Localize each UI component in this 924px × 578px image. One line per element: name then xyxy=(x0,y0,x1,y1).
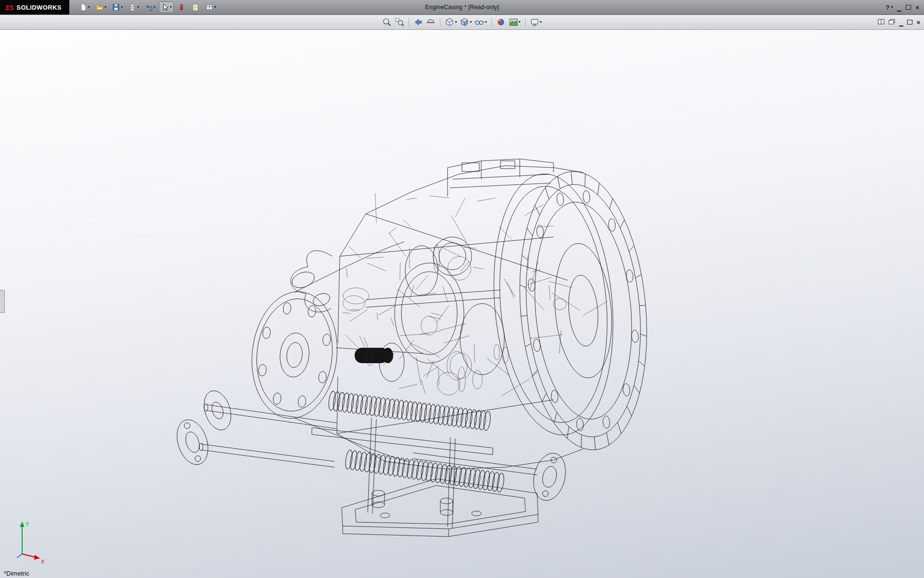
window-title: EngineCasing * [Read-only] xyxy=(425,4,499,11)
view-settings-button[interactable]: ▾ xyxy=(529,16,543,28)
select-cursor-icon xyxy=(161,3,169,12)
display-style-icon xyxy=(460,17,469,27)
x-axis-label: X xyxy=(41,559,45,565)
save-button[interactable]: ▾ xyxy=(110,1,125,13)
cascade-panes-button[interactable] xyxy=(888,18,895,26)
cascade-panes-icon xyxy=(888,19,895,25)
new-document-button[interactable]: ▾ xyxy=(77,1,92,13)
file-properties-icon xyxy=(191,3,200,12)
zoom-to-fit-button[interactable] xyxy=(381,16,393,28)
tile-panes-button[interactable] xyxy=(878,18,885,26)
apply-scene-icon xyxy=(509,17,518,27)
zoom-to-area-button[interactable] xyxy=(394,16,405,28)
undo-button[interactable]: ▾ xyxy=(142,1,157,13)
open-folder-icon xyxy=(95,3,104,12)
solidworks-logo: 3S SOLIDWORKS xyxy=(0,0,69,14)
window-controls: ? ▾ × xyxy=(886,4,924,11)
zoom-to-area-icon xyxy=(395,17,404,27)
rebuild-button[interactable] xyxy=(175,1,188,13)
options-button[interactable]: ▾ xyxy=(203,1,218,13)
dassault-3ds-logo-icon: 3S xyxy=(5,3,13,12)
toolbar-separator xyxy=(525,18,526,26)
restore-button[interactable] xyxy=(906,4,911,11)
section-view-button[interactable] xyxy=(425,16,436,28)
display-style-button[interactable]: ▾ xyxy=(459,16,473,28)
y-axis-arrow xyxy=(20,522,25,527)
rebuild-icon xyxy=(177,3,186,12)
reference-triad[interactable]: Y X xyxy=(6,517,59,570)
help-button[interactable]: ? ▾ xyxy=(886,4,893,11)
view-orientation-label: *Dimetric xyxy=(4,570,29,577)
close-button[interactable]: × xyxy=(915,4,919,11)
edit-appearance-button[interactable] xyxy=(495,16,507,28)
minimize-icon xyxy=(897,11,901,12)
print-icon xyxy=(128,3,137,12)
previous-view-button[interactable] xyxy=(412,16,424,28)
solidworks-window: 3S SOLIDWORKS ▾ ▾ ▾ ▾ xyxy=(0,0,924,578)
print-button[interactable]: ▾ xyxy=(126,1,141,13)
save-icon xyxy=(112,3,120,12)
undo-icon xyxy=(144,3,153,12)
restore-icon xyxy=(906,5,911,10)
section-view-icon xyxy=(426,17,436,27)
previous-view-icon xyxy=(413,17,423,27)
select-button[interactable]: ▾ xyxy=(159,1,174,13)
minimize-button[interactable] xyxy=(897,4,901,11)
featuremanager-collapsed-tab[interactable] xyxy=(0,290,5,313)
toolbar-separator xyxy=(409,18,409,26)
file-properties-button[interactable] xyxy=(189,1,202,13)
toolbar-separator xyxy=(440,18,440,26)
minimize-icon xyxy=(899,26,903,26)
document-window-controls: × xyxy=(878,15,920,29)
graphics-viewport[interactable]: Y X *Dimetric xyxy=(0,30,924,578)
headsup-view-toolbar: ▾ ▾ ▾ ▾ xyxy=(381,16,542,28)
tile-panes-icon xyxy=(878,19,885,25)
main-toolbar: ▾ ▾ ▾ ▾ ▾ xyxy=(77,1,218,13)
view-settings-icon xyxy=(530,17,539,27)
wireframe-model[interactable] xyxy=(0,30,924,578)
brand-name: SOLIDWORKS xyxy=(16,4,62,11)
restore-icon xyxy=(907,20,912,25)
help-icon: ? xyxy=(886,4,889,11)
headsup-row: ▾ ▾ ▾ ▾ xyxy=(0,15,924,30)
zoom-to-fit-icon xyxy=(382,17,392,27)
new-document-icon xyxy=(79,3,88,12)
view-orientation-icon xyxy=(445,17,454,27)
document-restore-button[interactable] xyxy=(907,18,912,26)
document-close-button[interactable]: × xyxy=(916,19,920,26)
edit-appearance-icon xyxy=(496,17,506,27)
apply-scene-button[interactable]: ▾ xyxy=(508,16,522,28)
z-axis xyxy=(17,554,22,558)
titlebar: 3S SOLIDWORKS ▾ ▾ ▾ ▾ xyxy=(0,0,924,15)
open-button[interactable]: ▾ xyxy=(93,1,108,13)
y-axis-label: Y xyxy=(26,521,29,527)
view-orientation-button[interactable]: ▾ xyxy=(444,16,458,28)
hide-show-items-button[interactable]: ▾ xyxy=(474,16,488,28)
x-axis-arrow xyxy=(34,555,40,560)
hide-show-items-icon xyxy=(475,17,484,27)
options-icon xyxy=(205,3,214,12)
document-minimize-button[interactable] xyxy=(899,18,903,26)
toolbar-separator xyxy=(491,18,492,26)
